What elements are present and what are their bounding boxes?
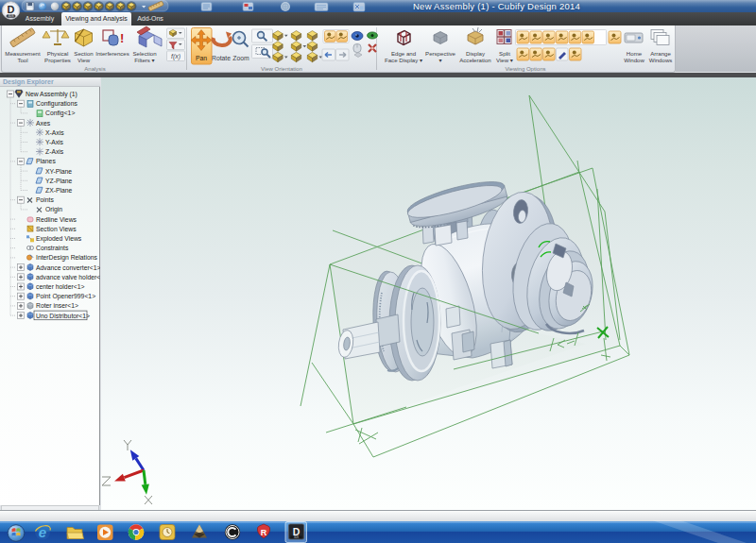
svg-text:Z-Axis: Z-Axis <box>45 148 64 155</box>
svg-text:XY-Plane: XY-Plane <box>45 168 72 175</box>
svg-text:Exploded Views: Exploded Views <box>36 235 82 243</box>
svg-text:New Assembly (1): New Assembly (1) <box>26 91 77 98</box>
svg-text:Points: Points <box>36 196 54 203</box>
svg-text:Configurations: Configurations <box>36 100 77 108</box>
svg-text:YZ-Plane: YZ-Plane <box>45 178 73 184</box>
svg-text:advance valve holder<1>: advance valve holder<1> <box>36 274 100 280</box>
svg-text:X-Axis: X-Axis <box>45 129 64 136</box>
svg-text:Origin: Origin <box>45 206 62 213</box>
svg-text:Roter inser<1>: Roter inser<1> <box>36 302 78 309</box>
svg-text:Point Opener999<1>: Point Opener999<1> <box>36 293 95 300</box>
svg-text:Planes: Planes <box>36 158 56 164</box>
svg-text:Uno Distributor<1>: Uno Distributor<1> <box>36 313 90 319</box>
svg-text:Axes: Axes <box>36 120 51 127</box>
svg-text:Y-Axis: Y-Axis <box>45 139 64 145</box>
svg-text:Section Views: Section Views <box>36 226 77 232</box>
svg-text:ZX-Plane: ZX-Plane <box>45 187 73 194</box>
svg-text:InterDesign Relations: InterDesign Relations <box>36 254 98 262</box>
svg-text:Redline Views: Redline Views <box>36 216 77 223</box>
svg-text:center holder<1>: center holder<1> <box>36 283 84 290</box>
svg-text:Config<1>: Config<1> <box>45 110 75 117</box>
svg-text:Constraints: Constraints <box>36 245 69 251</box>
svg-text:Advance converter<1>: Advance converter<1> <box>36 264 100 271</box>
